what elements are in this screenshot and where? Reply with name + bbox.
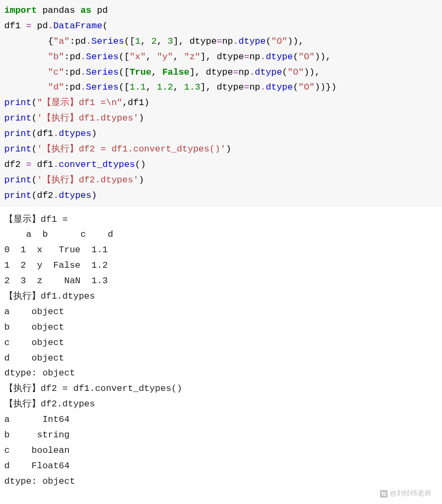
op-dot: . bbox=[81, 67, 86, 77]
op-assign: = bbox=[26, 159, 31, 170]
code-text: pd bbox=[31, 21, 48, 31]
bool-false: False bbox=[162, 67, 190, 77]
punct: ) bbox=[91, 190, 97, 201]
code-text: np bbox=[222, 36, 233, 46]
punct: () bbox=[135, 159, 146, 170]
punct: ( bbox=[266, 36, 271, 46]
punct: ) bbox=[139, 175, 144, 185]
code-text: np bbox=[249, 82, 260, 92]
string: '【执行】df2 = df1.convert_dtypes()' bbox=[37, 144, 226, 154]
string: "O" bbox=[298, 82, 315, 92]
output-line: 0 1 x True 1.1 bbox=[4, 245, 108, 255]
keyword-as: as bbox=[81, 5, 91, 15]
fn-print: print bbox=[4, 144, 31, 154]
code-text: :pd bbox=[64, 82, 81, 92]
watermark-text: @刘经纬老师 bbox=[390, 489, 431, 495]
num: 3 bbox=[168, 36, 173, 46]
pad bbox=[4, 67, 48, 77]
code-block: import pandas as pd df1 = pd.DataFrame( … bbox=[0, 0, 442, 207]
code-text: ], dtype bbox=[190, 67, 233, 77]
output-line: c boolean bbox=[4, 445, 69, 455]
code-text: :pd bbox=[64, 52, 81, 62]
string: "y" bbox=[157, 52, 173, 62]
punct: ( bbox=[31, 113, 37, 123]
output-block: 【显示】df1 = a b c d 0 1 x True 1.1 1 2 y F… bbox=[0, 207, 442, 495]
output-line: b object bbox=[4, 322, 64, 332]
output-line: 【执行】df2 = df1.convert_dtypes() bbox=[4, 383, 182, 394]
output-line: a Int64 bbox=[4, 414, 69, 425]
punct: , bbox=[151, 67, 162, 77]
fn-dataframe: DataFrame bbox=[53, 21, 102, 31]
fn-dtype: dtype bbox=[266, 52, 293, 62]
output-line: 2 3 z NaN 1.3 bbox=[4, 276, 108, 286]
string: "O" bbox=[288, 67, 304, 77]
punct: ( bbox=[293, 52, 298, 62]
punct: ) bbox=[226, 144, 231, 154]
fn-print: print bbox=[4, 129, 31, 139]
op-assign: = bbox=[233, 67, 239, 77]
code-text: ], dtype bbox=[173, 36, 217, 46]
punct: { bbox=[48, 36, 53, 46]
code-text: :pd bbox=[64, 67, 81, 77]
output-line: dtype: object bbox=[4, 476, 75, 486]
code-text: (df1 bbox=[31, 129, 53, 139]
punct: , bbox=[173, 52, 184, 62]
punct: ( bbox=[31, 144, 37, 154]
watermark: 知@刘经纬老师 bbox=[380, 487, 431, 495]
code-text: :pd bbox=[69, 36, 86, 46]
punct: ([ bbox=[119, 52, 129, 62]
code-text: df1 bbox=[4, 21, 26, 31]
code-text: np bbox=[249, 52, 260, 62]
fn-print: print bbox=[4, 98, 31, 108]
zhihu-icon: 知 bbox=[380, 490, 388, 495]
attr-dtypes: dtypes bbox=[59, 129, 91, 139]
string: "d" bbox=[48, 82, 65, 92]
string: "a" bbox=[53, 36, 70, 46]
num: 1 bbox=[135, 36, 140, 46]
fn-print: print bbox=[4, 190, 31, 201]
op-assign: = bbox=[244, 52, 249, 62]
op-dot: . bbox=[48, 21, 53, 31]
fn-dtype: dtype bbox=[239, 36, 266, 46]
fn-print: print bbox=[4, 175, 31, 185]
punct: ( bbox=[31, 175, 37, 185]
bool-true: True bbox=[130, 67, 152, 77]
punct: ))}) bbox=[315, 82, 337, 92]
punct: ([ bbox=[119, 67, 129, 77]
output-line: b string bbox=[4, 430, 69, 440]
fn-series: Series bbox=[86, 67, 119, 77]
punct: ( bbox=[102, 21, 108, 31]
op-dot: . bbox=[53, 159, 59, 170]
op-dot: . bbox=[53, 129, 59, 139]
code-text: pandas bbox=[37, 5, 81, 15]
op-dot: . bbox=[86, 36, 91, 46]
fn-series: Series bbox=[91, 36, 124, 46]
code-text: df2 bbox=[4, 159, 26, 170]
output-line: d object bbox=[4, 353, 64, 363]
fn-print: print bbox=[4, 113, 31, 123]
op-assign: = bbox=[217, 36, 222, 46]
string: "b" bbox=[48, 52, 65, 62]
punct: ([ bbox=[119, 82, 129, 92]
fn-dtype: dtype bbox=[255, 67, 282, 77]
punct: )), bbox=[315, 52, 332, 62]
punct: , bbox=[173, 82, 184, 92]
output-line: 1 2 y False 1.2 bbox=[4, 260, 108, 270]
output-line: 【执行】df2.dtypes bbox=[4, 399, 95, 409]
punct: ( bbox=[293, 82, 298, 92]
output-line: a b c d bbox=[4, 229, 113, 239]
punct: ( bbox=[282, 67, 287, 77]
pad bbox=[4, 36, 48, 46]
op-dot: . bbox=[261, 82, 266, 92]
op-dot: . bbox=[81, 82, 86, 92]
op-dot: . bbox=[81, 52, 86, 62]
code-text: pd bbox=[91, 5, 108, 15]
num: 1.3 bbox=[184, 82, 201, 92]
punct: , bbox=[146, 82, 156, 92]
attr-dtypes: dtypes bbox=[59, 190, 91, 201]
code-text: ,df1) bbox=[122, 98, 149, 108]
fn-convert: convert_dtypes bbox=[59, 159, 135, 170]
punct: ([ bbox=[124, 36, 135, 46]
code-text: df1 bbox=[31, 159, 53, 170]
string: "x" bbox=[130, 52, 146, 62]
